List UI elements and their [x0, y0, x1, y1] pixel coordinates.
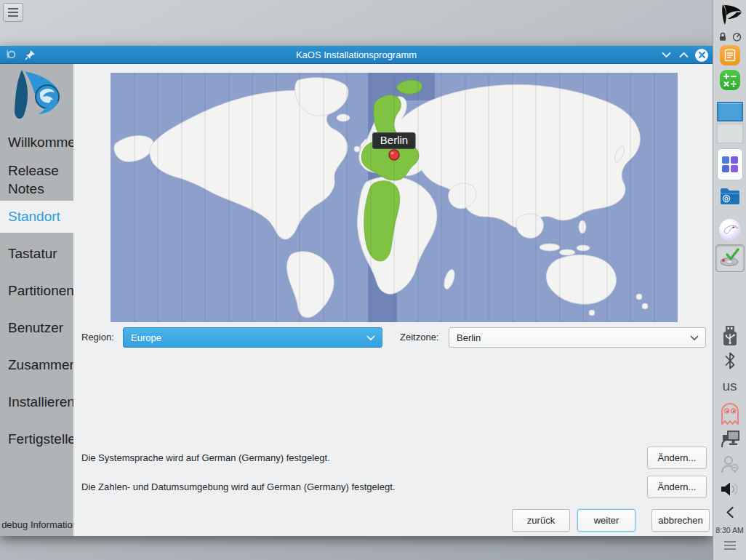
pin-icon[interactable]: [25, 49, 36, 60]
window-title: KaOS Installationsprogramm: [0, 49, 713, 60]
step-label: Zusammenfassung: [8, 356, 73, 374]
debug-info-button[interactable]: Zeige debug Information: [0, 519, 73, 530]
desktop-menu-button[interactable]: [3, 3, 23, 22]
sidebar: Willkommen Release Notes Standort Tastat…: [0, 64, 73, 536]
installer-steps: Willkommen Release Notes Standort Tastat…: [0, 124, 73, 457]
region-select[interactable]: Europe: [123, 327, 382, 348]
cancel-button[interactable]: abbrechen: [651, 509, 710, 532]
sidebar-item-willkommen[interactable]: Willkommen: [0, 124, 73, 161]
bluetooth-icon[interactable]: [713, 351, 746, 371]
installer-app-button[interactable]: [713, 244, 746, 272]
usb-device-icon[interactable]: [713, 324, 746, 348]
step-label: Willkommen: [8, 133, 73, 151]
timezone-map[interactable]: Berlin: [111, 73, 678, 322]
step-label: Tastatur: [8, 244, 57, 263]
desktop-pager-active[interactable]: [713, 102, 746, 121]
sidebar-item-tastatur[interactable]: Tastatur: [0, 235, 73, 272]
titlebar[interactable]: KaOS Installationsprogramm: [0, 46, 713, 64]
kaos-panel-logo[interactable]: [713, 3, 746, 26]
window-body: Willkommen Release Notes Standort Tastat…: [0, 64, 713, 536]
timezone-label: Zeitzone:: [400, 327, 438, 348]
grid-icon: [722, 156, 738, 172]
timezone-value: Berlin: [457, 332, 481, 343]
file-manager-icon[interactable]: [713, 187, 746, 206]
step-label: Benutzer: [8, 319, 63, 337]
close-button[interactable]: [695, 49, 708, 62]
location-page: Berlin Region: Europe Zeitzone: Berlin D…: [73, 64, 713, 536]
city-marker: [389, 150, 399, 160]
clock[interactable]: 8:30 AM: [713, 526, 746, 535]
mail-app-icon[interactable]: [713, 219, 746, 241]
step-label: Fertigstellen: [8, 430, 73, 448]
minimize-button[interactable]: [660, 49, 672, 61]
kaos-logo: [6, 67, 68, 121]
next-button[interactable]: weiter: [577, 509, 635, 532]
user-switch-icon[interactable]: [713, 455, 746, 474]
sidebar-item-zusammenfassung[interactable]: Zusammenfassung: [0, 346, 73, 383]
step-label: Release Notes: [8, 161, 73, 198]
side-panel: us: [713, 0, 746, 560]
change-language-button[interactable]: Ändern...: [647, 447, 707, 469]
maximize-button[interactable]: [678, 49, 689, 61]
calculator-app-icon[interactable]: [713, 70, 746, 90]
chevron-down-icon: [690, 335, 699, 341]
volume-icon[interactable]: [713, 480, 746, 498]
back-button[interactable]: zurück: [512, 509, 570, 532]
change-locale-button[interactable]: Ändern...: [647, 476, 707, 498]
chevron-down-icon: [366, 335, 375, 341]
timezone-select[interactable]: Berlin: [449, 327, 706, 348]
tray-expander-icon[interactable]: [713, 506, 746, 519]
world-map: [111, 73, 678, 322]
desktop-pager-idle[interactable]: [713, 124, 746, 143]
app-launcher-button[interactable]: [713, 148, 746, 180]
step-label: Installieren: [8, 393, 73, 411]
language-note: Die Systemsprache wird auf German (Germa…: [81, 447, 330, 469]
sidebar-item-fertigstellen[interactable]: Fertigstellen: [0, 420, 73, 457]
step-label: Standort: [8, 207, 60, 225]
panel-status-icons[interactable]: [713, 32, 746, 41]
keyboard-layout-indicator[interactable]: us: [713, 377, 746, 396]
panel-menu-button[interactable]: [713, 541, 746, 550]
sidebar-item-release-notes[interactable]: Release Notes: [0, 161, 73, 198]
region-label: Region:: [81, 327, 114, 348]
window-app-icon[interactable]: [4, 49, 16, 60]
sidebar-item-partitionen[interactable]: Partitionen: [0, 272, 73, 309]
sidebar-item-installieren[interactable]: Installieren: [0, 383, 73, 420]
installer-icon: [718, 248, 742, 268]
lock-icon[interactable]: [718, 32, 727, 41]
locale-note: Die Zahlen- und Datumsumgebung wird auf …: [81, 476, 395, 498]
sidebar-item-benutzer[interactable]: Benutzer: [0, 309, 73, 346]
step-label: Partitionen: [8, 281, 73, 300]
sidebar-item-standort[interactable]: Standort: [0, 201, 73, 233]
installer-window: KaOS Installationsprogramm Wil: [0, 46, 713, 536]
power-icon[interactable]: [732, 32, 742, 41]
region-value: Europe: [131, 332, 161, 343]
display-connector-icon[interactable]: [713, 429, 746, 449]
ghost-icon[interactable]: [713, 401, 746, 426]
city-tooltip: Berlin: [372, 132, 416, 149]
notes-app-icon[interactable]: [713, 45, 746, 65]
